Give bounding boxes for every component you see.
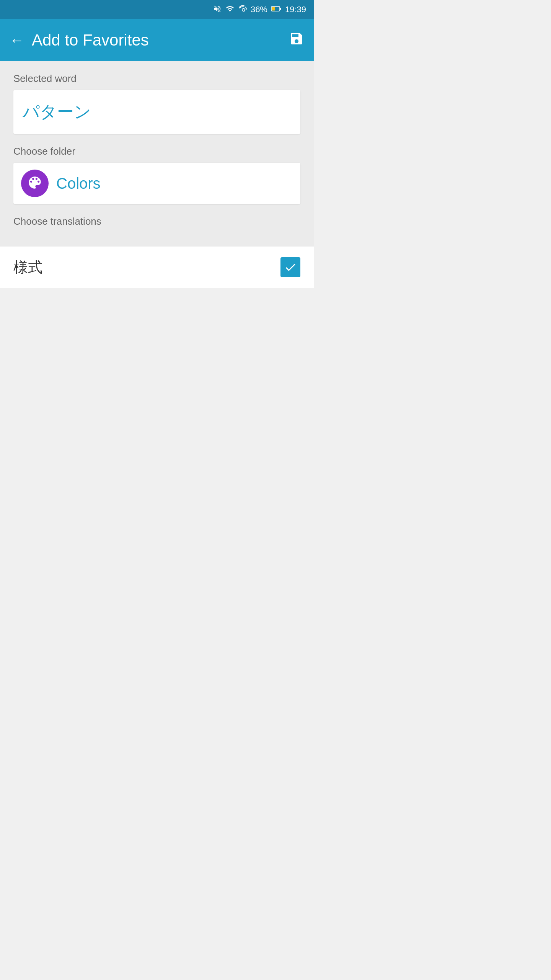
- battery-icon: [271, 5, 281, 14]
- save-button[interactable]: [289, 31, 304, 50]
- main-content: Selected word パターン Choose folder Colors …: [0, 61, 314, 247]
- status-time: 19:39: [285, 5, 306, 15]
- svg-rect-1: [280, 8, 281, 10]
- palette-icon: [27, 175, 43, 192]
- page-title: Add to Favorites: [32, 31, 149, 49]
- choose-folder-label: Choose folder: [13, 145, 300, 157]
- translation-checkbox[interactable]: [280, 257, 300, 277]
- folder-selector[interactable]: Colors: [13, 163, 300, 204]
- translation-text: 様式: [13, 258, 42, 277]
- selected-word-label: Selected word: [13, 73, 300, 85]
- app-bar-left: ← Add to Favorites: [10, 31, 149, 49]
- wifi-icon: [225, 5, 235, 15]
- translation-row: 様式: [13, 247, 300, 288]
- back-button[interactable]: ←: [10, 32, 24, 49]
- folder-name: Colors: [56, 175, 101, 192]
- status-bar: 36% 19:39: [0, 0, 314, 19]
- selected-word-value: パターン: [23, 102, 91, 121]
- selected-word-box: パターン: [13, 90, 300, 134]
- mute-icon: [213, 5, 222, 15]
- app-bar: ← Add to Favorites: [0, 19, 314, 61]
- folder-icon-circle: [21, 170, 49, 197]
- svg-rect-2: [272, 7, 275, 10]
- status-icons: 36% 19:39: [213, 5, 306, 15]
- signal-icon: [238, 5, 247, 15]
- choose-translations-label: Choose translations: [13, 216, 300, 235]
- battery-percentage: 36%: [251, 5, 267, 15]
- translations-list: 様式: [0, 247, 314, 288]
